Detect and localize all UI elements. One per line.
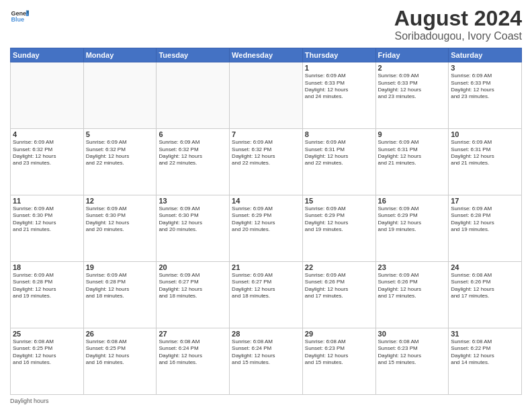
- day-number: 8: [305, 130, 373, 138]
- weekday-header-tuesday: Tuesday: [157, 48, 230, 62]
- logo-icon: General Blue: [10, 7, 29, 26]
- day-number: 6: [159, 130, 227, 138]
- day-number: 29: [305, 330, 373, 338]
- day-number: 27: [159, 330, 227, 338]
- calendar-cell: 12Sunrise: 6:09 AM Sunset: 6:30 PM Dayli…: [83, 195, 157, 262]
- calendar-table: SundayMondayTuesdayWednesdayThursdayFrid…: [10, 48, 522, 395]
- day-info: Sunrise: 6:08 AM Sunset: 6:25 PM Dayligh…: [13, 338, 81, 367]
- day-info: Sunrise: 6:09 AM Sunset: 6:31 PM Dayligh…: [451, 139, 519, 167]
- day-number: 5: [86, 130, 154, 138]
- calendar-cell: 3Sunrise: 6:09 AM Sunset: 6:33 PM Daylig…: [449, 62, 522, 129]
- day-info: Sunrise: 6:09 AM Sunset: 6:32 PM Dayligh…: [159, 139, 227, 167]
- calendar-cell: [83, 62, 157, 129]
- day-info: Sunrise: 6:08 AM Sunset: 6:24 PM Dayligh…: [232, 338, 300, 367]
- calendar-cell: 21Sunrise: 6:09 AM Sunset: 6:27 PM Dayli…: [230, 262, 303, 328]
- day-info: Sunrise: 6:09 AM Sunset: 6:26 PM Dayligh…: [378, 272, 447, 300]
- calendar-cell: 14Sunrise: 6:09 AM Sunset: 6:29 PM Dayli…: [230, 195, 303, 262]
- day-info: Sunrise: 6:08 AM Sunset: 6:22 PM Dayligh…: [451, 338, 519, 367]
- day-number: 14: [232, 197, 300, 205]
- weekday-header-row: SundayMondayTuesdayWednesdayThursdayFrid…: [11, 48, 522, 62]
- day-info: Sunrise: 6:09 AM Sunset: 6:31 PM Dayligh…: [305, 139, 373, 167]
- day-info: Sunrise: 6:09 AM Sunset: 6:28 PM Dayligh…: [86, 272, 154, 300]
- subtitle: Soribadougou, Ivory Coast: [394, 30, 522, 42]
- calendar-cell: 27Sunrise: 6:08 AM Sunset: 6:24 PM Dayli…: [157, 328, 230, 395]
- weekday-header-sunday: Sunday: [11, 48, 84, 62]
- day-number: 4: [13, 130, 81, 138]
- day-number: 31: [451, 330, 519, 338]
- day-number: 1: [305, 64, 373, 72]
- day-info: Sunrise: 6:09 AM Sunset: 6:27 PM Dayligh…: [159, 272, 227, 300]
- calendar-cell: 13Sunrise: 6:09 AM Sunset: 6:30 PM Dayli…: [157, 195, 230, 262]
- calendar-cell: 15Sunrise: 6:09 AM Sunset: 6:29 PM Dayli…: [302, 195, 375, 262]
- calendar-cell: 2Sunrise: 6:09 AM Sunset: 6:33 PM Daylig…: [375, 62, 449, 129]
- week-row-3: 11Sunrise: 6:09 AM Sunset: 6:30 PM Dayli…: [11, 195, 522, 262]
- day-info: Sunrise: 6:09 AM Sunset: 6:30 PM Dayligh…: [86, 205, 154, 234]
- day-info: Sunrise: 6:09 AM Sunset: 6:28 PM Dayligh…: [451, 205, 519, 234]
- calendar-cell: 26Sunrise: 6:08 AM Sunset: 6:25 PM Dayli…: [83, 328, 157, 395]
- day-number: 23: [378, 263, 447, 271]
- day-info: Sunrise: 6:09 AM Sunset: 6:33 PM Dayligh…: [451, 73, 519, 101]
- calendar-cell: 16Sunrise: 6:09 AM Sunset: 6:29 PM Dayli…: [375, 195, 449, 262]
- day-number: 18: [13, 263, 81, 271]
- weekday-header-thursday: Thursday: [302, 48, 375, 62]
- day-number: 30: [378, 330, 447, 338]
- calendar-cell: 20Sunrise: 6:09 AM Sunset: 6:27 PM Dayli…: [157, 262, 230, 328]
- day-number: 10: [451, 130, 519, 138]
- page: General Blue August 2024 Soribadougou, I…: [0, 0, 532, 411]
- week-row-1: 1Sunrise: 6:09 AM Sunset: 6:33 PM Daylig…: [11, 62, 522, 129]
- calendar-cell: [11, 62, 84, 129]
- calendar-cell: 29Sunrise: 6:08 AM Sunset: 6:23 PM Dayli…: [302, 328, 375, 395]
- calendar-cell: 4Sunrise: 6:09 AM Sunset: 6:32 PM Daylig…: [11, 129, 84, 195]
- week-row-5: 25Sunrise: 6:08 AM Sunset: 6:25 PM Dayli…: [11, 328, 522, 395]
- calendar-cell: 6Sunrise: 6:09 AM Sunset: 6:32 PM Daylig…: [157, 129, 230, 195]
- day-info: Sunrise: 6:09 AM Sunset: 6:33 PM Dayligh…: [305, 73, 373, 101]
- calendar-cell: 30Sunrise: 6:08 AM Sunset: 6:23 PM Dayli…: [375, 328, 449, 395]
- weekday-header-monday: Monday: [83, 48, 157, 62]
- day-info: Sunrise: 6:09 AM Sunset: 6:30 PM Dayligh…: [159, 205, 227, 234]
- day-info: Sunrise: 6:09 AM Sunset: 6:29 PM Dayligh…: [232, 205, 300, 234]
- day-number: 22: [305, 263, 373, 271]
- calendar-cell: 24Sunrise: 6:08 AM Sunset: 6:26 PM Dayli…: [449, 262, 522, 328]
- calendar-cell: 31Sunrise: 6:08 AM Sunset: 6:22 PM Dayli…: [449, 328, 522, 395]
- title-block: August 2024 Soribadougou, Ivory Coast: [394, 7, 522, 42]
- day-info: Sunrise: 6:09 AM Sunset: 6:32 PM Dayligh…: [232, 139, 300, 167]
- calendar-cell: 18Sunrise: 6:09 AM Sunset: 6:28 PM Dayli…: [11, 262, 84, 328]
- weekday-header-saturday: Saturday: [449, 48, 522, 62]
- day-info: Sunrise: 6:09 AM Sunset: 6:32 PM Dayligh…: [13, 139, 81, 167]
- day-number: 15: [305, 197, 373, 205]
- day-number: 24: [451, 263, 519, 271]
- day-info: Sunrise: 6:09 AM Sunset: 6:32 PM Dayligh…: [86, 139, 154, 167]
- calendar-cell: 11Sunrise: 6:09 AM Sunset: 6:30 PM Dayli…: [11, 195, 84, 262]
- calendar-cell: 5Sunrise: 6:09 AM Sunset: 6:32 PM Daylig…: [83, 129, 157, 195]
- day-info: Sunrise: 6:09 AM Sunset: 6:29 PM Dayligh…: [305, 205, 373, 234]
- day-info: Sunrise: 6:09 AM Sunset: 6:30 PM Dayligh…: [13, 205, 81, 234]
- day-info: Sunrise: 6:08 AM Sunset: 6:23 PM Dayligh…: [378, 338, 447, 367]
- footer-note: Daylight hours: [10, 398, 522, 404]
- weekday-header-friday: Friday: [375, 48, 449, 62]
- day-number: 20: [159, 263, 227, 271]
- day-info: Sunrise: 6:09 AM Sunset: 6:33 PM Dayligh…: [378, 73, 447, 101]
- day-number: 9: [378, 130, 447, 138]
- day-info: Sunrise: 6:08 AM Sunset: 6:23 PM Dayligh…: [305, 338, 373, 367]
- day-number: 26: [86, 330, 154, 338]
- main-title: August 2024: [394, 7, 522, 30]
- day-info: Sunrise: 6:09 AM Sunset: 6:31 PM Dayligh…: [378, 139, 447, 167]
- day-number: 28: [232, 330, 300, 338]
- day-info: Sunrise: 6:09 AM Sunset: 6:26 PM Dayligh…: [305, 272, 373, 300]
- week-row-2: 4Sunrise: 6:09 AM Sunset: 6:32 PM Daylig…: [11, 129, 522, 195]
- day-number: 17: [451, 197, 519, 205]
- calendar-cell: 9Sunrise: 6:09 AM Sunset: 6:31 PM Daylig…: [375, 129, 449, 195]
- day-number: 21: [232, 263, 300, 271]
- day-info: Sunrise: 6:08 AM Sunset: 6:24 PM Dayligh…: [159, 338, 227, 367]
- svg-text:Blue: Blue: [11, 16, 24, 23]
- day-number: 2: [378, 64, 447, 72]
- calendar-cell: 10Sunrise: 6:09 AM Sunset: 6:31 PM Dayli…: [449, 129, 522, 195]
- day-number: 16: [378, 197, 447, 205]
- day-info: Sunrise: 6:08 AM Sunset: 6:26 PM Dayligh…: [451, 272, 519, 300]
- calendar-cell: [157, 62, 230, 129]
- logo: General Blue: [10, 7, 29, 26]
- day-info: Sunrise: 6:08 AM Sunset: 6:25 PM Dayligh…: [86, 338, 154, 367]
- calendar-cell: 25Sunrise: 6:08 AM Sunset: 6:25 PM Dayli…: [11, 328, 84, 395]
- day-info: Sunrise: 6:09 AM Sunset: 6:27 PM Dayligh…: [232, 272, 300, 300]
- calendar-cell: 23Sunrise: 6:09 AM Sunset: 6:26 PM Dayli…: [375, 262, 449, 328]
